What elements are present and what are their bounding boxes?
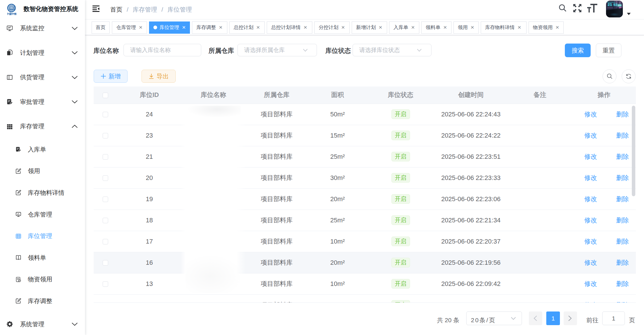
svg-text:CREC: CREC	[10, 7, 14, 9]
svg-text:中国中铁: 中国中铁	[7, 12, 17, 15]
